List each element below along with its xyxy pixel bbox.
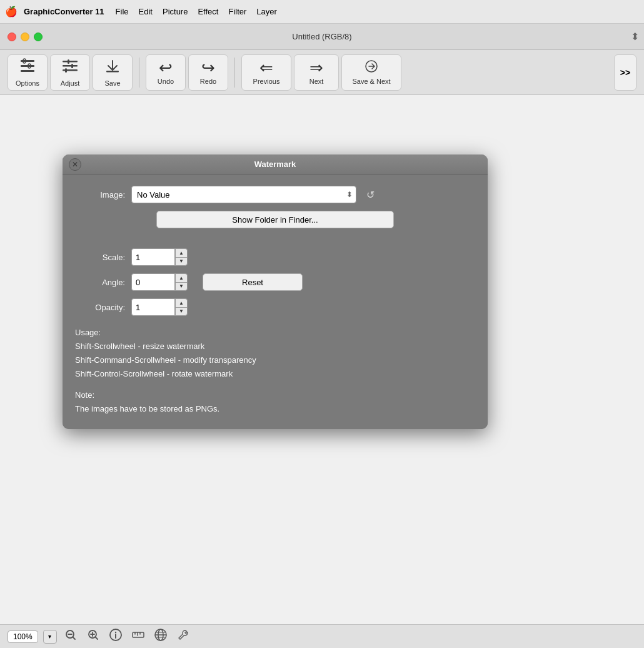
save-icon: [104, 58, 121, 78]
main-area: ✕ Watermark Image: No Value ⬍ ↺: [0, 95, 644, 624]
save-next-label: Save & Next: [352, 78, 390, 85]
info-button[interactable]: [107, 628, 124, 645]
scale-label: Scale:: [75, 253, 125, 262]
watermark-dialog: ✕ Watermark Image: No Value ⬍ ↺: [63, 154, 488, 429]
more-icon: >>: [620, 68, 630, 78]
image-select-wrapper: No Value ⬍: [131, 186, 356, 203]
redo-label: Redo: [200, 78, 216, 85]
menu-edit[interactable]: Edit: [139, 7, 153, 16]
globe-button[interactable]: [152, 628, 169, 645]
dialog-close-button[interactable]: ✕: [69, 158, 81, 171]
redo-button[interactable]: ↪ Redo: [188, 54, 228, 91]
svg-rect-23: [133, 632, 144, 637]
svg-rect-9: [71, 64, 73, 68]
svg-rect-1: [21, 65, 34, 67]
note-heading: Note:: [75, 388, 475, 402]
app-name[interactable]: GraphicConverter 11: [24, 7, 104, 16]
toolbar: Options Adjust Save ↩ Undo ↪: [0, 50, 644, 95]
statusbar: 100% ▾: [0, 624, 644, 648]
angle-spinner: ▲ ▼: [131, 273, 188, 291]
usage-line-2: Shift-Command-Scrollwheel - modify trans…: [75, 353, 475, 367]
toolbar-separator-2: [234, 58, 235, 88]
angle-down-button[interactable]: ▼: [175, 282, 188, 291]
close-x-icon: ✕: [72, 160, 78, 169]
save-button[interactable]: Save: [93, 54, 133, 91]
globe-icon: [154, 628, 168, 645]
next-button[interactable]: ⇒ Next: [294, 54, 339, 91]
opacity-spinner: ▲ ▼: [131, 298, 188, 316]
measure-icon: [131, 628, 145, 645]
usage-heading: Usage:: [75, 326, 475, 340]
close-button[interactable]: [8, 33, 16, 41]
scale-spinner: ▲ ▼: [131, 248, 188, 266]
previous-button[interactable]: ⇐ Previous: [241, 54, 291, 91]
save-next-icon: [363, 59, 380, 76]
redo-icon: ↪: [201, 59, 215, 76]
show-folder-button[interactable]: Show Folder in Finder...: [156, 211, 394, 228]
adjust-button[interactable]: Adjust: [50, 54, 90, 91]
zoom-level: 100%: [8, 630, 38, 643]
minimize-button[interactable]: [21, 33, 29, 41]
svg-rect-6: [63, 65, 78, 67]
menu-effect[interactable]: Effect: [198, 7, 218, 16]
zoom-dropdown-icon: ▾: [48, 633, 51, 640]
angle-up-button[interactable]: ▲: [175, 273, 188, 282]
note-line-1: The images have to be stored as PNGs.: [75, 402, 475, 416]
previous-icon: ⇐: [259, 59, 273, 76]
angle-row: Angle: ▲ ▼ Reset: [75, 273, 475, 291]
svg-rect-7: [63, 69, 78, 71]
scale-spinner-btns: ▲ ▼: [175, 248, 188, 266]
scale-up-button[interactable]: ▲: [175, 248, 188, 257]
adjust-label: Adjust: [61, 79, 80, 87]
svg-rect-11: [106, 71, 119, 73]
maximize-button[interactable]: [34, 33, 43, 41]
more-button[interactable]: >>: [614, 54, 636, 91]
menu-filter[interactable]: Filter: [228, 7, 246, 16]
options-icon: [19, 58, 36, 78]
menu-picture[interactable]: Picture: [163, 7, 188, 16]
svg-rect-10: [65, 68, 67, 73]
titlebar: Untitled (RGB/8) ⬍: [0, 24, 644, 50]
zoom-out-button[interactable]: [62, 628, 79, 645]
scale-input[interactable]: [131, 248, 175, 266]
refresh-icon: ↺: [366, 189, 375, 201]
window-title: Untitled (RGB/8): [292, 32, 351, 41]
window-arrange-icon[interactable]: ⬍: [631, 31, 639, 43]
options-button[interactable]: Options: [8, 54, 48, 91]
image-row: Image: No Value ⬍ ↺: [75, 186, 475, 203]
menubar: 🍎 GraphicConverter 11 File Edit Picture …: [0, 0, 644, 24]
image-select[interactable]: No Value: [131, 186, 356, 203]
show-folder-label: Show Folder in Finder...: [232, 215, 318, 225]
zoom-in-icon: [87, 629, 99, 644]
usage-text: Usage: Shift-Scrollwheel - resize waterm…: [75, 326, 475, 417]
opacity-down-button[interactable]: ▼: [175, 307, 188, 316]
angle-label: Angle:: [75, 278, 125, 287]
wrench-icon: [176, 628, 190, 645]
zoom-out-icon: [64, 629, 77, 644]
refresh-button[interactable]: ↺: [361, 186, 379, 203]
apple-icon[interactable]: 🍎: [5, 6, 18, 18]
scale-down-button[interactable]: ▼: [175, 257, 188, 266]
adjust-icon: [61, 58, 79, 78]
menu-layer[interactable]: Layer: [256, 7, 277, 16]
save-next-button[interactable]: Save & Next: [341, 54, 401, 91]
window-controls: [8, 33, 43, 41]
angle-input[interactable]: [131, 273, 175, 291]
measure-button[interactable]: [129, 628, 147, 645]
undo-button[interactable]: ↩ Undo: [146, 54, 186, 91]
menu-file[interactable]: File: [116, 7, 129, 16]
zoom-in-button[interactable]: [84, 628, 102, 645]
usage-line-1: Shift-Scrollwheel - resize watermark: [75, 340, 475, 353]
angle-spinner-btns: ▲ ▼: [175, 273, 188, 291]
zoom-dropdown-button[interactable]: ▾: [43, 630, 57, 644]
wrench-button[interactable]: [174, 628, 192, 645]
opacity-up-button[interactable]: ▲: [175, 298, 188, 307]
svg-point-22: [115, 632, 116, 633]
opacity-input[interactable]: [131, 298, 175, 316]
toolbar-separator-1: [139, 58, 139, 88]
previous-label: Previous: [253, 78, 280, 85]
scale-row: Scale: ▲ ▼: [75, 248, 475, 266]
reset-label: Reset: [242, 278, 263, 287]
image-label: Image:: [75, 190, 125, 200]
reset-button[interactable]: Reset: [203, 273, 303, 291]
